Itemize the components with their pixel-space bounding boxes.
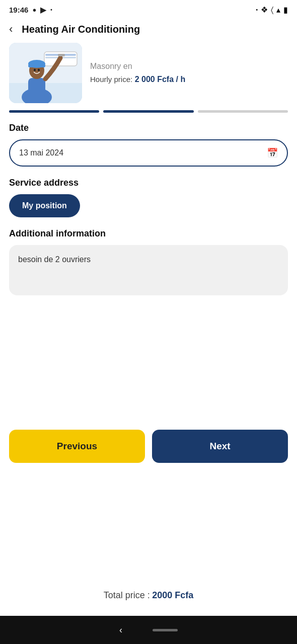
service-card: Masonry en Hourly price: 2 000 Fcfa / h — [0, 43, 297, 110]
total-price-value: 2000 Fcfa — [152, 590, 193, 601]
signal-arrow-icon: ▶ — [40, 6, 46, 15]
page-header: ‹ Heating Air Conditioning — [0, 18, 297, 43]
previous-button[interactable]: Previous — [9, 430, 145, 463]
signal-icon: ▴ — [276, 5, 280, 15]
nav-buttons: Previous Next — [0, 430, 297, 473]
dot-icon-right: • — [256, 7, 258, 13]
svg-point-11 — [38, 69, 40, 71]
price-value: 2 000 Fcfa / h — [135, 75, 186, 84]
total-price-label: Total price : — [104, 590, 150, 601]
bottom-bar: ‹ — [0, 616, 297, 644]
battery-icon: ▮ — [283, 5, 288, 15]
back-button[interactable]: ‹ — [9, 23, 16, 36]
dot-icon: • — [50, 7, 52, 13]
price-label: Hourly price: — [90, 75, 132, 84]
form-content: Date 13 mai 2024 📅 Service address My po… — [0, 123, 297, 430]
total-price-area: Total price : 2000 Fcfa — [0, 473, 297, 616]
page-title: Heating Air Conditioning — [22, 24, 140, 35]
date-value: 13 mai 2024 — [19, 148, 63, 157]
service-price-row: Hourly price: 2 000 Fcfa / h — [90, 75, 185, 84]
svg-rect-9 — [28, 64, 45, 67]
vibrate-icon: ❖ — [261, 5, 268, 15]
status-time: 19:46 ● ▶ • — [9, 6, 52, 15]
wifi-icon-right: 〈 — [271, 6, 273, 15]
progress-step-2 — [103, 110, 193, 113]
progress-step-1 — [9, 110, 99, 113]
android-back-icon[interactable]: ‹ — [119, 625, 122, 635]
service-info: Masonry en Hourly price: 2 000 Fcfa / h — [90, 62, 185, 84]
address-section: Service address My position — [9, 178, 288, 217]
date-section: Date 13 mai 2024 📅 — [9, 123, 288, 167]
svg-point-10 — [34, 69, 36, 71]
time-display: 19:46 — [9, 6, 28, 14]
date-input-wrapper[interactable]: 13 mai 2024 📅 — [9, 139, 288, 167]
address-label: Service address — [9, 178, 288, 188]
next-button[interactable]: Next — [152, 430, 288, 463]
android-home-indicator[interactable] — [153, 629, 178, 631]
progress-step-3 — [198, 110, 288, 113]
additional-section: Additional information — [9, 228, 288, 297]
status-icons: • ❖ 〈 ▴ ▮ — [256, 5, 288, 15]
progress-bar — [0, 110, 297, 123]
my-position-button[interactable]: My position — [9, 194, 80, 217]
additional-label: Additional information — [9, 228, 288, 239]
svg-rect-12 — [58, 54, 65, 56]
service-image — [9, 43, 82, 103]
service-name: Masonry en — [90, 62, 185, 71]
additional-info-input[interactable] — [9, 245, 288, 295]
calendar-icon: 📅 — [267, 147, 278, 158]
date-label: Date — [9, 123, 288, 133]
status-bar: 19:46 ● ▶ • • ❖ 〈 ▴ ▮ — [0, 0, 297, 18]
wifi-icon: ● — [32, 6, 36, 14]
svg-rect-6 — [28, 78, 45, 98]
